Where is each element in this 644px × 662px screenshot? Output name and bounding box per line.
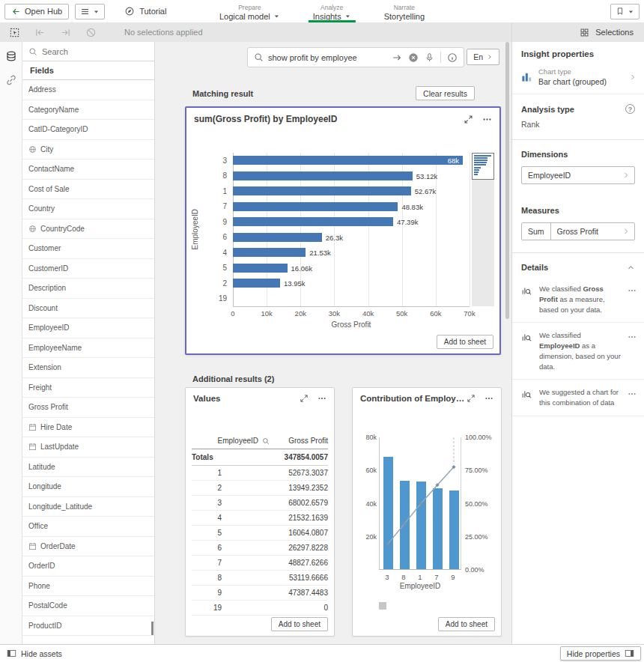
field-item[interactable]: LastUpdate <box>22 437 154 458</box>
step-forward-icon[interactable] <box>58 25 72 39</box>
clear-results-button[interactable]: Clear results <box>416 86 475 100</box>
field-item[interactable]: ProductID <box>22 616 154 637</box>
field-item[interactable]: Address <box>22 80 154 100</box>
link-icon[interactable] <box>4 73 18 87</box>
chart-minimap[interactable] <box>472 153 494 306</box>
table-row[interactable]: 213949.2352 <box>192 481 328 496</box>
tab-narrate[interactable]: NarrateStorytelling <box>378 0 431 22</box>
column-header[interactable]: Gross Profit <box>270 437 328 445</box>
field-item[interactable]: Country <box>22 199 154 219</box>
submit-arrow-icon[interactable] <box>392 52 402 63</box>
expand-icon[interactable] <box>467 394 476 403</box>
expand-icon[interactable] <box>300 394 309 403</box>
field-item[interactable]: CountryCode <box>22 219 154 240</box>
field-item[interactable]: EmployeeID <box>22 318 154 338</box>
more-options-icon[interactable] <box>628 387 638 408</box>
microphone-icon[interactable] <box>425 52 434 62</box>
column-search-icon[interactable] <box>262 437 270 445</box>
bar[interactable] <box>233 156 463 165</box>
bookmarks-button[interactable] <box>610 4 640 19</box>
more-options-icon[interactable] <box>628 284 638 315</box>
field-item[interactable]: Longitude_Latitude <box>22 497 154 517</box>
global-menu-button[interactable] <box>75 4 105 19</box>
field-item[interactable]: Freight <box>22 378 154 398</box>
field-item[interactable]: Cost of Sale <box>22 180 154 200</box>
scrollbar-thumb[interactable] <box>505 42 509 319</box>
column-header[interactable]: EmployeeID <box>218 437 258 445</box>
field-item[interactable]: OrderID <box>22 556 154 577</box>
field-item[interactable]: Extension <box>22 358 154 378</box>
clear-query-icon[interactable] <box>408 52 419 63</box>
field-item[interactable]: Discount <box>22 299 154 319</box>
more-options-icon[interactable] <box>482 115 492 124</box>
add-to-sheet-button[interactable]: Add to sheet <box>271 617 328 631</box>
field-item[interactable]: Latitude <box>22 458 154 478</box>
add-to-sheet-button[interactable]: Add to sheet <box>438 617 495 631</box>
step-back-icon[interactable] <box>33 25 46 39</box>
table-row[interactable]: 190 <box>192 601 328 616</box>
aggregation-label[interactable]: Sum <box>528 223 551 240</box>
info-icon[interactable] <box>447 52 458 63</box>
tutorial-link[interactable]: Tutorial <box>124 6 166 16</box>
field-item[interactable]: Description <box>22 279 154 299</box>
field-item[interactable]: CustomerID <box>22 259 154 279</box>
hide-assets-button[interactable]: Hide assets <box>0 649 69 658</box>
add-to-sheet-button[interactable]: Add to sheet <box>437 335 493 349</box>
table-row[interactable]: 368002.6579 <box>192 496 328 511</box>
hide-properties-button[interactable]: Hide properties <box>560 646 641 661</box>
selections-tool-icon[interactable] <box>7 25 21 39</box>
field-item[interactable]: ContactName <box>22 160 154 180</box>
field-item[interactable]: Customer <box>22 239 154 259</box>
field-item[interactable]: Phone <box>22 577 154 597</box>
details-section-toggle[interactable]: Details <box>512 253 644 276</box>
fields-scrollbar-thumb[interactable] <box>151 622 154 635</box>
measure-field-button[interactable]: Sum Gross Profit <box>521 222 635 240</box>
bar[interactable] <box>233 217 393 226</box>
more-options-icon[interactable] <box>628 330 638 371</box>
bar[interactable] <box>233 202 398 211</box>
assets-search-input[interactable] <box>42 47 148 56</box>
field-item[interactable]: OrderDate <box>22 537 154 557</box>
help-icon[interactable] <box>625 104 635 114</box>
field-item[interactable]: City <box>22 140 154 160</box>
bar[interactable] <box>233 233 322 242</box>
field-item[interactable]: Hire Date <box>22 418 154 438</box>
chart-type-row[interactable]: Chart type Bar chart (grouped) <box>512 64 644 94</box>
table-row[interactable]: 516064.0807 <box>192 526 328 541</box>
more-options-icon[interactable] <box>484 394 493 403</box>
language-button[interactable]: En <box>467 49 499 65</box>
bar[interactable] <box>233 186 411 195</box>
nl-search-input[interactable] <box>268 53 387 62</box>
contribution-chart-card[interactable]: Contribution of Employe... 80k60k40k20k … <box>352 387 502 637</box>
main-result-card[interactable]: sum(Gross Profit) by EmployeeID Employee… <box>185 106 501 355</box>
bar[interactable] <box>233 264 288 273</box>
field-item[interactable]: Longitude <box>22 477 154 497</box>
clear-selections-icon[interactable] <box>84 25 97 39</box>
bar[interactable] <box>233 248 306 257</box>
table-row[interactable]: 853119.6666 <box>192 571 328 586</box>
field-item[interactable]: Office <box>22 517 154 537</box>
field-item[interactable]: Gross Profit <box>22 398 154 418</box>
tab-prepare[interactable]: PrepareLogical model <box>213 0 286 22</box>
bar[interactable] <box>233 171 413 180</box>
table-row[interactable]: 421532.1639 <box>192 511 328 526</box>
tab-analyze[interactable]: AnalyzeInsights <box>307 0 357 22</box>
field-item[interactable]: CategoryName <box>22 100 154 121</box>
more-options-icon[interactable] <box>318 394 326 403</box>
data-sources-icon[interactable] <box>4 49 18 63</box>
table-row[interactable]: 152673.3037 <box>192 466 328 481</box>
open-hub-button[interactable]: Open Hub <box>4 4 69 19</box>
dimension-field-button[interactable]: EmployeeID <box>521 166 635 184</box>
field-item[interactable]: CatID-CategoryID <box>22 120 154 140</box>
selections-panel-toggle[interactable]: Selections <box>511 22 644 42</box>
bar[interactable] <box>233 279 280 288</box>
field-item[interactable]: PostalCode <box>22 596 154 616</box>
field-item[interactable]: EmployeeName <box>22 338 154 359</box>
values-table-card[interactable]: Values EmployeeID Gross Profit <box>185 387 335 637</box>
minimap-window[interactable] <box>472 153 494 180</box>
table-row[interactable]: 947387.4483 <box>192 586 328 601</box>
expand-icon[interactable] <box>464 115 473 124</box>
table-row[interactable]: 626297.8228 <box>192 541 328 556</box>
main-scrollbar[interactable] <box>505 42 509 644</box>
table-row[interactable]: 748827.6266 <box>192 556 328 571</box>
